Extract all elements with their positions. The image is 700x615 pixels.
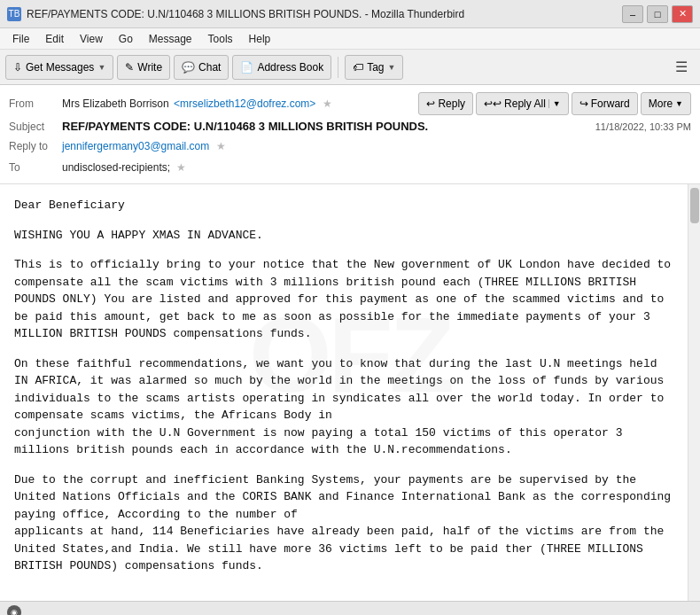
to-value: undisclosed-recipients; ★ xyxy=(62,161,691,174)
subject-row: Subject REF/PAYMENTS CODE: U.N/110468 3 … xyxy=(9,117,691,136)
scrollbar[interactable] xyxy=(688,184,700,601)
menu-go[interactable]: Go xyxy=(112,31,140,47)
tag-dropdown-arrow[interactable]: ▼ xyxy=(388,63,396,72)
reply-to-star-icon[interactable]: ★ xyxy=(216,140,226,152)
address-book-button[interactable]: 📄 Address Book xyxy=(232,55,331,80)
body-paragraph-4: Due to the corrupt and inefficient Banki… xyxy=(14,471,673,575)
reply-all-button[interactable]: ↩↩ Reply All ▼ xyxy=(476,92,569,115)
address-book-icon: 📄 xyxy=(240,61,253,74)
reply-all-dropdown-arrow[interactable]: ▼ xyxy=(548,99,561,108)
get-messages-button[interactable]: ⇩ Get Messages ▼ xyxy=(5,55,113,80)
reply-all-icon: ↩↩ xyxy=(484,97,502,110)
maximize-button[interactable]: □ xyxy=(647,5,668,23)
chat-icon: 💬 xyxy=(182,61,195,74)
reply-to-row: Reply to jennifergermany03@gmail.com ★ xyxy=(9,136,691,157)
chat-button[interactable]: 💬 Chat xyxy=(174,55,229,80)
reply-to-value: jennifergermany03@gmail.com ★ xyxy=(62,140,691,152)
from-star-icon[interactable]: ★ xyxy=(323,97,332,110)
menu-tools[interactable]: Tools xyxy=(201,31,240,47)
menu-view[interactable]: View xyxy=(73,31,110,47)
scroll-thumb[interactable] xyxy=(690,188,699,223)
title-bar-left: TB REF/PAYMENTS CODE: U.N/110468 3 MILLI… xyxy=(7,7,464,21)
tag-button[interactable]: 🏷 Tag ▼ xyxy=(345,55,403,80)
from-email: <mrselizbeth12@dofrez.com> xyxy=(174,97,315,110)
email-body[interactable]: Dear BeneficiaryWISHING YOU A HAPPY XMAS… xyxy=(0,184,688,601)
reply-button[interactable]: ↩ Reply xyxy=(418,92,473,115)
window-controls[interactable]: – □ ✕ xyxy=(622,5,693,23)
reply-to-email: jennifergermany03@gmail.com xyxy=(62,140,209,152)
header-action-buttons: ↩ Reply ↩↩ Reply All ▼ ↪ Forward More ▼ xyxy=(418,92,691,115)
email-body-container: Dear BeneficiaryWISHING YOU A HAPPY XMAS… xyxy=(0,184,700,601)
write-button[interactable]: ✎ Write xyxy=(117,55,170,80)
from-name: Mrs Elizabeth Borrison xyxy=(62,97,169,110)
reply-icon: ↩ xyxy=(426,97,435,110)
status-bar: ◉ xyxy=(0,601,700,615)
chat-label: Chat xyxy=(198,61,221,74)
reply-label: Reply xyxy=(438,97,465,110)
tag-icon: 🏷 xyxy=(353,61,363,74)
from-value: Mrs Elizabeth Borrison <mrselizbeth12@do… xyxy=(62,97,418,110)
to-label: To xyxy=(9,161,62,174)
subject-label: Subject xyxy=(9,121,62,133)
body-paragraph-3: On these faithful recommendations, we wa… xyxy=(14,355,673,459)
close-button[interactable]: ✕ xyxy=(672,5,693,23)
address-book-label: Address Book xyxy=(257,61,323,74)
tag-label: Tag xyxy=(367,61,384,74)
to-recipients: undisclosed-recipients; xyxy=(62,161,170,174)
body-paragraph-0: Dear Beneficiary xyxy=(14,197,673,214)
toolbar-separator-1 xyxy=(338,57,338,78)
menu-help[interactable]: Help xyxy=(242,31,278,47)
more-label: More xyxy=(649,97,673,110)
from-label: From xyxy=(9,97,62,110)
reply-all-label: Reply All xyxy=(504,97,546,110)
app-icon: TB xyxy=(7,7,21,21)
window-title: REF/PAYMENTS CODE: U.N/110468 3 MILLIONS… xyxy=(27,8,464,20)
toolbar: ⇩ Get Messages ▼ ✎ Write 💬 Chat 📄 Addres… xyxy=(0,50,700,85)
more-button[interactable]: More ▼ xyxy=(641,92,691,115)
get-messages-label: Get Messages xyxy=(26,61,94,74)
get-messages-dropdown-arrow[interactable]: ▼ xyxy=(97,63,105,72)
reply-to-label: Reply to xyxy=(9,140,62,152)
menu-message[interactable]: Message xyxy=(142,31,199,47)
title-bar: TB REF/PAYMENTS CODE: U.N/110468 3 MILLI… xyxy=(0,0,700,28)
status-icon: ◉ xyxy=(7,605,21,616)
from-row: From Mrs Elizabeth Borrison <mrselizbeth… xyxy=(9,90,691,117)
to-row: To undisclosed-recipients; ★ xyxy=(9,157,691,178)
forward-label: Forward xyxy=(591,97,630,110)
forward-icon: ↪ xyxy=(579,97,588,110)
menu-edit[interactable]: Edit xyxy=(38,31,71,47)
email-header: From Mrs Elizabeth Borrison <mrselizbeth… xyxy=(0,85,700,184)
status-signal-icon: ◉ xyxy=(11,608,18,616)
body-paragraph-2: This is to officially bring to your noti… xyxy=(14,256,673,343)
email-date: 11/18/2022, 10:33 PM xyxy=(595,121,691,132)
write-icon: ✎ xyxy=(125,61,134,74)
hamburger-menu-button[interactable]: ☰ xyxy=(668,55,695,79)
menu-file[interactable]: File xyxy=(5,31,36,47)
subject-text: REF/PAYMENTS CODE: U.N/110468 3 MILLIONS… xyxy=(62,120,588,133)
write-label: Write xyxy=(137,61,162,74)
menu-bar: File Edit View Go Message Tools Help xyxy=(0,28,700,50)
to-star-icon[interactable]: ★ xyxy=(176,161,186,174)
get-messages-icon: ⇩ xyxy=(13,61,22,74)
body-paragraph-1: WISHING YOU A HAPPY XMAS IN ADVANCE. xyxy=(14,227,673,245)
more-dropdown-arrow[interactable]: ▼ xyxy=(675,99,683,108)
forward-button[interactable]: ↪ Forward xyxy=(572,92,638,115)
minimize-button[interactable]: – xyxy=(622,5,643,23)
